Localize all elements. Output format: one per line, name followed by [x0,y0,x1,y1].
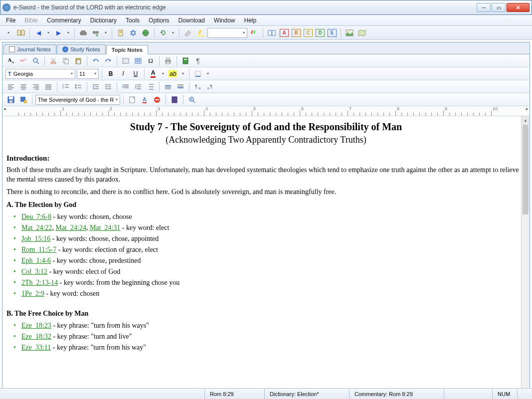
line-spacing-2-button[interactable] [133,81,144,92]
bookmark-c-button[interactable]: C [303,27,314,38]
verse-link[interactable]: Deu 7:6-8 [21,213,51,220]
verse-link[interactable]: Eze 18:23 [21,322,51,329]
highlight-color-dd[interactable]: ▾ [180,71,186,76]
pilcrow-icon[interactable]: ¶ [192,55,203,66]
zoom-button[interactable] [186,94,197,105]
menu-dictionary[interactable]: Dictionary [86,16,121,25]
italic-button[interactable]: I [118,68,129,79]
nav-next-button[interactable]: ▶ [53,27,64,38]
scroll-thumb[interactable] [523,125,529,214]
menu-file[interactable]: File [2,16,19,25]
highlighter-icon[interactable] [195,27,206,38]
border-button[interactable] [192,68,203,79]
close-button[interactable]: ✕ [507,3,530,12]
highlighter-group-icon[interactable] [249,27,260,38]
verse-link[interactable]: Eph 1:4-6 [21,257,51,264]
cut-icon[interactable] [48,55,59,66]
menu-window[interactable]: Window [210,16,239,25]
ltr-button[interactable]: ¶ [192,81,203,92]
verse-link[interactable]: Eze 18:32 [21,333,51,340]
compare-icon[interactable] [266,27,277,38]
maximize-button[interactable]: ▭ [492,3,506,12]
new-topic-button[interactable] [127,94,138,105]
line-spacing-1-button[interactable] [120,81,131,92]
nav-prev-button[interactable]: ◀ [33,27,44,38]
align-justify-button[interactable] [43,81,54,92]
insert-image-icon[interactable] [120,55,131,66]
line-spacing-3-button[interactable] [145,81,156,92]
jewish-icon[interactable] [128,27,139,38]
font-color-button[interactable]: A [148,68,159,79]
book-open-icon[interactable] [15,27,26,38]
bold-button[interactable]: B [105,68,116,79]
align-right-button[interactable] [30,81,41,92]
scroll-up-button[interactable]: ▲ [522,116,530,125]
map-icon[interactable] [356,27,367,38]
outdent-button[interactable] [90,81,101,92]
scroll-icon[interactable] [115,27,126,38]
dropdown-button[interactable]: ▾ [3,27,14,38]
tab-journal-notes[interactable]: Journal Notes [3,44,56,54]
font-family-select[interactable]: T Georgia ▾ [5,69,75,79]
numbered-list-button[interactable]: 12 [60,81,71,92]
insert-symbol-icon[interactable]: Ω [145,55,156,66]
rtl-button[interactable]: ¶ [205,81,216,92]
copy-icon[interactable] [60,55,71,66]
book-link-button[interactable] [169,94,180,105]
font-color-dd[interactable]: ▾ [160,71,166,76]
rename-topic-button[interactable]: A [139,94,150,105]
verse-link[interactable]: Mat 24:24 [55,224,86,231]
align-left-button[interactable] [5,81,16,92]
bookmark-a-button[interactable]: A [279,27,290,38]
find-icon[interactable] [30,55,41,66]
print-icon[interactable] [163,55,174,66]
align-center-button[interactable] [18,81,29,92]
verse-link[interactable]: Eze 33:11 [21,344,51,351]
bookmark-d-button[interactable]: D [315,27,326,38]
topic-select[interactable]: The Sovereignty of God - the R ▾ [35,95,120,105]
para-after-button[interactable] [175,81,186,92]
menu-download[interactable]: Download [174,16,208,25]
binoculars-arrow-icon[interactable] [90,27,101,38]
menu-tools[interactable]: Tools [122,16,144,25]
minimize-button[interactable]: ─ [477,3,491,12]
highlight-color-select[interactable]: ▾ [207,28,247,38]
paste-icon[interactable] [73,55,84,66]
nav-prev-dd[interactable]: ▾ [45,30,51,35]
search-dd[interactable]: ▾ [103,30,109,35]
bookmark-e-button[interactable]: E [327,27,338,38]
verse-link[interactable]: 2Th 2:13-14 [21,279,58,286]
verse-link[interactable]: Col 3:12 [21,268,47,275]
font-size-select[interactable]: 11 ▾ [77,69,99,79]
binoculars-icon[interactable] [78,27,89,38]
undo-icon[interactable] [90,55,101,66]
menu-commentary[interactable]: Commentary [43,16,85,25]
nav-next-dd[interactable]: ▾ [65,30,71,35]
verse-link[interactable]: Rom 11:5-7 [21,246,56,253]
redo-icon[interactable] [103,55,114,66]
refresh-icon[interactable] [158,27,169,38]
book-ref-icon[interactable] [180,55,191,66]
globe-icon[interactable] [140,27,151,38]
border-dd[interactable]: ▾ [205,71,211,76]
tab-topic-notes[interactable]: Topic Notes [106,45,148,54]
font-dialog-icon[interactable]: AA [5,55,16,66]
para-before-button[interactable] [163,81,174,92]
save-button[interactable] [5,94,16,105]
save-as-button[interactable] [18,94,29,105]
bullet-list-button[interactable] [73,81,84,92]
spellcheck-icon[interactable]: ᴬᴮ✓ [18,55,29,66]
insert-table-icon[interactable] [133,55,144,66]
document-body[interactable]: Study 7 - The Sovereignty of God and the… [2,116,530,358]
verse-link[interactable]: 1Pe 2:9 [21,290,44,297]
image-icon[interactable] [344,27,355,38]
eraser-icon[interactable] [182,27,193,38]
highlight-color-button[interactable]: ab [168,68,178,79]
delete-topic-button[interactable] [152,94,163,105]
verse-link[interactable]: Mat 24:31 [90,224,120,231]
refresh-dd[interactable]: ▾ [170,30,176,35]
indent-button[interactable] [103,81,114,92]
tab-study-notes[interactable]: Study Notes [57,44,106,54]
verse-link[interactable]: Mat 24:22 [21,224,52,231]
menu-help[interactable]: Help [240,16,261,25]
